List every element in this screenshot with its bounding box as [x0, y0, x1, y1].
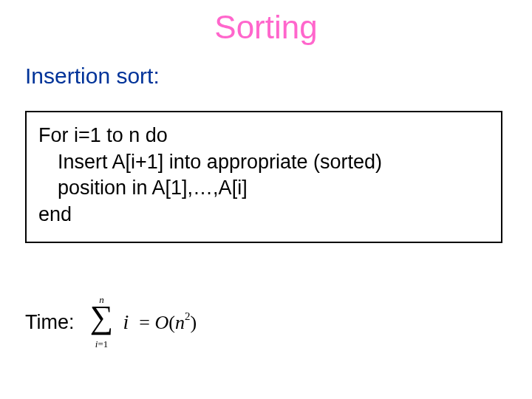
- sigma-icon: ∑: [85, 301, 119, 334]
- summation-lower-bound: i=1: [85, 338, 119, 350]
- complexity-expression: = O(n2): [139, 313, 197, 332]
- section-heading: Insertion sort:: [25, 64, 160, 89]
- summation-term: i: [123, 312, 129, 332]
- time-complexity-row: Time: n ∑ i=1 i = O(n2): [25, 296, 197, 349]
- pseudocode-line-2: Insert A[i+1] into appropriate (sorted): [38, 149, 489, 176]
- pseudocode-line-3: position in A[1],…,A[i]: [38, 175, 489, 202]
- time-label: Time:: [25, 311, 75, 334]
- pseudocode-line-1: For i=1 to n do: [38, 124, 168, 146]
- slide-title: Sorting: [0, 9, 532, 46]
- pseudocode-box: For i=1 to n do Insert A[i+1] into appro…: [25, 111, 502, 243]
- pseudocode-line-4: end: [38, 203, 72, 225]
- summation-symbol: n ∑ i=1: [85, 296, 119, 349]
- slide: Sorting Insertion sort: For i=1 to n do …: [0, 0, 532, 399]
